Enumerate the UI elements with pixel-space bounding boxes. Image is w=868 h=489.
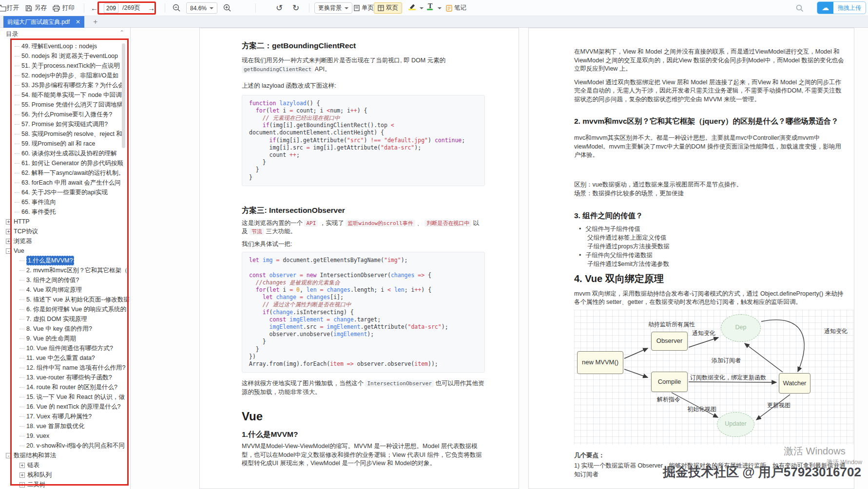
toc-item[interactable]: 20. v-show和v-if指令的共同点和不同 [0,441,131,451]
toc-item-label[interactable]: 50. nodejs 和 浏览器关于eventLoop [21,51,118,61]
toc-item-label[interactable]: 2. mvvm和mvc区别？它和其它框架（ [26,265,128,275]
toc-item-label[interactable]: 58. 实现Promise的 resolve、reject 和 [21,129,122,139]
change-background-dropdown[interactable]: 更换背景 [314,0,352,16]
toc-item-label[interactable]: 18. vue 首屏加载优化 [26,421,84,431]
toc-item-label[interactable]: 54. 能不能简单实现一下 node 中回调 [21,90,122,100]
search-button[interactable] [796,0,804,16]
toc-item[interactable]: +HTTP [0,217,131,226]
toc-item-label[interactable]: 20. v-show和v-if指令的共同点和不同 [26,441,125,451]
note-label[interactable]: 笔记 [454,4,466,12]
new-tab-button[interactable]: ＋ [92,17,99,26]
toc-item-label[interactable]: 66. 事件委托 [21,207,56,217]
pdf-page-right[interactable]: 在MVVM架构下，View 和 Model 之间并没有直接的联系，而是通过Vie… [528,28,854,489]
toc-item-label[interactable]: 59. 现Promise的 all 和 race [21,139,95,149]
toc-item[interactable]: 7. 虚拟 DOM 实现原理 [0,314,131,324]
toc-item-label[interactable]: 53. JS异步编程有哪些方案？为什么会 [21,80,124,90]
toc-item-label[interactable]: 栈和队列 [27,470,52,480]
toc-item-label[interactable]: 5. 描述下 vue 从初始化页面--修改数据 [26,295,130,304]
print-label[interactable]: 打印 [62,4,75,12]
redo-button[interactable]: ↻ [292,0,299,16]
toc-item[interactable]: 2. mvvm和mvc区别？它和其它框架（ [0,265,131,275]
toc-item-label[interactable]: TCP协议 [14,226,38,236]
highlighter-dropdown[interactable] [420,0,424,16]
toc-item-label[interactable]: 64. 关于JS中一些重要的api实现 [21,188,108,197]
toc-item-label[interactable]: 1.什么是MVVM? [26,256,74,265]
toc-item[interactable]: 51. 关于process.nextTick的一点说明 [0,61,131,71]
toc-item-label[interactable]: 10. Vue 组件间通信有哪些方式? [26,343,113,353]
toc-item[interactable]: +TCP协议 [0,226,131,236]
expand-icon[interactable]: + [6,239,11,244]
expand-icon[interactable]: + [6,229,11,234]
toc-item-label[interactable]: 13. vue-router 有哪些钩子函数? [26,373,112,382]
note-button[interactable]: 笔记 [446,0,466,16]
print-button[interactable]: 打印 [53,0,75,16]
toc-item-label[interactable]: 11. vue 中怎么重置 data? [26,353,95,363]
toc-item-label[interactable]: Vue [14,246,24,256]
close-icon[interactable]: ✕ [76,19,80,25]
toc-item[interactable]: 17. Vuex 有哪几种属性? [0,412,131,421]
toc-item[interactable]: 4. Vue 双向绑定原理 [0,285,131,295]
next-page-button[interactable]: → [148,0,155,16]
toc-item[interactable]: +二叉树 [0,480,131,489]
toc-item[interactable]: 52. nodejs中的异步、非阻塞I/O是如 [0,71,131,80]
toc-item-label[interactable]: 9. Vue 的生命周期 [26,334,76,343]
save-as-button[interactable]: 另存 [25,0,47,16]
toc-item-label[interactable]: 65. 事件流向 [21,197,56,207]
toc-item[interactable]: 50. nodejs 和 浏览器关于eventLoop [0,51,131,61]
double-page-button[interactable]: 双页 [374,0,402,16]
toc-item-label[interactable]: 浏览器 [14,236,32,246]
toc-item-label[interactable]: 数据结构和算法 [14,451,57,460]
toc-item-label[interactable]: 56. 为什么Promise要引入微任务? [21,110,112,119]
folder-icon[interactable] [0,0,6,16]
open-label[interactable]: 打开 [7,4,19,12]
toc-item[interactable]: 13. vue-router 有哪些钩子函数? [0,373,131,382]
sidebar-scrollbar[interactable] [122,43,125,148]
toc-item[interactable]: 18. vue 首屏加载优化 [0,421,131,431]
toc-item-label[interactable]: 15. 说一下 Vue 和 React 的认识，做 [26,392,125,402]
toc-item-label[interactable]: 8. Vue 中 key 值的作用? [26,324,92,334]
toc-item-label[interactable]: 7. 虚拟 DOM 实现原理 [26,314,87,324]
pdf-page-left[interactable]: 方案二：getBoundingClientRect 现在我们用另外一种方式来判断… [199,28,519,489]
drag-upload-button[interactable]: ☁ 拖拽上传 [817,1,866,14]
toc-item[interactable]: 56. 为什么Promise要引入微任务? [0,110,131,119]
toc-item[interactable]: 59. 现Promise的 all 和 race [0,139,131,149]
toc-item[interactable]: 19. vuex [0,431,131,441]
open-button[interactable]: 打开 [7,0,19,16]
toc-item-label[interactable]: 62. 解释一下async/await的运行机制。 [21,168,124,178]
tab-title[interactable]: 前端大厂面试题宝典.pdf [7,18,73,26]
save-as-label[interactable]: 另存 [35,4,47,12]
toc-item[interactable]: 60. 谈谈你对生成器以及协程的理解 [0,149,131,158]
toc-item-label[interactable]: 19. vuex [26,431,49,441]
toc-item[interactable]: -Vue [0,246,131,256]
toc-item-label[interactable]: 14. route 和 router 的区别是什么? [26,382,117,392]
toc-item[interactable]: 10. Vue 组件间通信有哪些方式? [0,343,131,353]
toc-item-label[interactable]: 60. 谈谈你对生成器以及协程的理解 [21,149,117,158]
toc-item-label[interactable]: 49. 理解EventLoop：nodejs [21,41,97,51]
toc-item[interactable]: 12. 组件中写 name 选项有什么作用? [0,363,131,373]
toc-item[interactable]: 54. 能不能简单实现一下 node 中回调 [0,90,131,100]
toc-item[interactable]: +浏览器 [0,236,131,246]
tab-document[interactable]: 前端大厂面试题宝典.pdf ✕ [3,16,84,28]
toc-item-label[interactable]: 4. Vue 双向绑定原理 [26,285,82,295]
toc-item[interactable]: 6. 你是如何理解 Vue 的响应式系统的 [0,304,131,314]
expand-icon[interactable]: + [19,463,25,468]
toc-item[interactable]: 11. vue 中怎么重置 data? [0,353,131,363]
highlighter-button[interactable] [408,0,416,16]
toc-item-label[interactable]: 17. Vuex 有哪几种属性? [26,412,92,421]
zoom-in-button[interactable] [223,0,231,16]
prev-page-button[interactable]: ← [91,0,98,16]
expand-icon[interactable]: + [19,472,25,478]
zoom-out-button[interactable] [173,0,181,16]
toc-item[interactable]: 61. 如何让 Generator 的异步代码按顺 [0,158,131,168]
toc-item-label[interactable]: 16. Vue 的 nextTick 的原理是什么? [26,402,121,412]
toc-item[interactable]: +链表 [0,460,131,470]
toc-item[interactable]: 1.什么是MVVM? [0,256,131,265]
double-page-label[interactable]: 双页 [386,4,398,12]
toc-item-label[interactable]: 链表 [27,460,39,470]
toc-item[interactable]: 66. 事件委托 [0,207,131,217]
toc-item-label[interactable]: 57. Promise 如何实现链式调用? [21,119,108,129]
zoom-level-dropdown[interactable]: 84.6% [186,0,217,16]
toc-item[interactable]: 15. 说一下 Vue 和 React 的认识，做 [0,392,131,402]
toc-item[interactable]: +栈和队列 [0,470,131,480]
toc-item-label[interactable]: 二叉树 [27,480,46,489]
